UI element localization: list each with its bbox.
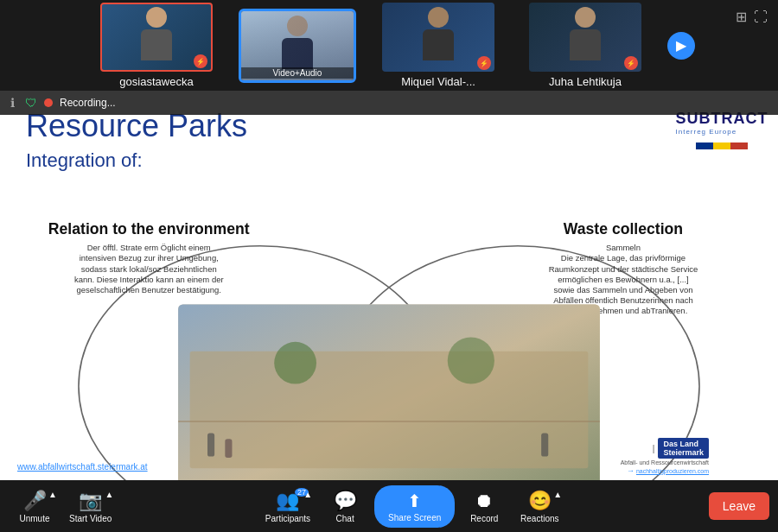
start-video-label: Start Video xyxy=(69,514,112,523)
svg-text:geselschaftlichen Benutzer bes: geselschaftlichen Benutzer bestätigung. xyxy=(77,285,221,294)
svg-text:ermöglichen es Bewohnern u.a.,: ermöglichen es Bewohnern u.a., [...] xyxy=(558,275,689,284)
svg-text:Die zentrale Lage, das privför: Die zentrale Lage, das privförmige xyxy=(561,253,686,263)
participant-tile-juha: ⚡ Juha Lehtikuja xyxy=(512,0,659,95)
diagram-area: Relation to the environment Der öfftl. S… xyxy=(26,187,752,480)
svg-text:sowie das Sammeln und Abgeben : sowie das Sammeln und Abgeben von xyxy=(553,285,692,294)
recording-dot xyxy=(44,98,53,107)
participant-tile-main: Video+Audio xyxy=(230,5,365,86)
svg-text:Sammeln: Sammeln xyxy=(606,243,641,252)
toolbar-right: Leave xyxy=(709,492,769,520)
svg-text:Relation to the environment: Relation to the environment xyxy=(48,220,250,238)
chat-button[interactable]: 💬 Chat xyxy=(319,486,371,527)
svg-text:Raumkonzept und der städtische: Raumkonzept und der städtische Service xyxy=(549,264,698,274)
unmute-chevron[interactable]: ▲ xyxy=(48,490,57,499)
start-video-button[interactable]: 📷 Start Video ▲ xyxy=(64,486,117,527)
participant-tile-miquel: ⚡ Miquel Vidal-... xyxy=(365,0,512,95)
info-icon[interactable]: ℹ xyxy=(10,96,15,110)
participant-tile-gosiastawecka: ⚡ gosiastawecka xyxy=(83,0,230,95)
record-icon: ⏺ xyxy=(475,490,494,512)
steiermark-logo: | Das LandSteiermark Abfall- und Ressour… xyxy=(621,438,709,475)
svg-rect-33 xyxy=(207,434,214,457)
reactions-label: Reactions xyxy=(520,514,558,523)
video-muted-icon: 📷 xyxy=(79,490,102,512)
participants-button[interactable]: 👥 Participants 27 ▲ xyxy=(260,486,316,527)
video-audio-label: Video+Audio xyxy=(241,67,354,79)
leave-button[interactable]: Leave xyxy=(709,492,769,520)
svg-text:Waste collection: Waste collection xyxy=(564,220,683,238)
svg-rect-29 xyxy=(190,352,589,468)
participants-chevron[interactable]: ▲ xyxy=(303,490,312,499)
svg-text:Der öfftl. Strate erm Öglicht : Der öfftl. Strate erm Öglicht einem xyxy=(87,243,211,252)
svg-text:intensiven Bezug zur ihrer Umg: intensiven Bezug zur ihrer Umgebung, xyxy=(80,253,219,263)
chat-label: Chat xyxy=(336,514,354,523)
slide-subtitle: Integration of: xyxy=(26,149,752,172)
logo-sub: Interreg Europe xyxy=(676,128,768,136)
svg-point-31 xyxy=(274,342,316,384)
reactions-button[interactable]: 😊 Reactions ▲ xyxy=(513,486,565,527)
participant-name-miquel: Miquel Vidal-... xyxy=(401,72,475,88)
shield-icon: 🛡 xyxy=(25,96,37,110)
grid-icon[interactable]: ⊞ xyxy=(736,9,747,25)
unmute-label: Unmute xyxy=(19,514,49,523)
share-screen-button[interactable]: ⬆ Share Screen xyxy=(374,485,455,528)
record-label: Record xyxy=(470,514,498,523)
participants-label: Participants xyxy=(265,514,310,523)
svg-text:Abfällen öffentlich Benutzerin: Abfällen öffentlich Benutzerinnen nach xyxy=(553,295,692,305)
share-screen-label: Share Screen xyxy=(388,513,441,522)
reactions-icon: 😊 xyxy=(528,490,552,512)
next-participant-button[interactable]: ▶ xyxy=(667,32,695,60)
slide-url[interactable]: www.abfallwirtschaft.steiermark.at xyxy=(17,462,148,472)
participants-bar: ⊞ ⛶ ⚡ gosiastawecka Video+Audio xyxy=(0,0,778,91)
mic-muted-icon: 🎤 xyxy=(23,490,47,512)
resource-parks-diagram: Relation to the environment Der öfftl. S… xyxy=(26,187,752,480)
toolbar-left: 🎤 Unmute ▲ 📷 Start Video ▲ xyxy=(9,486,117,527)
slide-area: SUBTRACT Interreg Europe Resource Parks … xyxy=(0,91,778,480)
share-screen-icon: ⬆ xyxy=(407,491,422,511)
video-chevron[interactable]: ▲ xyxy=(105,490,113,499)
toolbar: 🎤 Unmute ▲ 📷 Start Video ▲ 👥 Participant… xyxy=(0,480,778,532)
unmute-button[interactable]: 🎤 Unmute ▲ xyxy=(9,486,61,527)
recording-label: Recording... xyxy=(60,97,116,109)
chat-icon: 💬 xyxy=(334,490,357,512)
reactions-chevron[interactable]: ▲ xyxy=(553,490,562,499)
toolbar-center: 👥 Participants 27 ▲ 💬 Chat ⬆ Share Scree… xyxy=(260,485,565,528)
record-button[interactable]: ⏺ Record xyxy=(458,486,510,527)
fullscreen-icon[interactable]: ⛶ xyxy=(754,10,768,25)
participant-name-gosiastawecka: gosiastawecka xyxy=(119,72,193,88)
svg-text:kann. Diese Interaktio kann an: kann. Diese Interaktio kann an einem der xyxy=(74,275,224,284)
svg-rect-34 xyxy=(225,439,232,458)
svg-text:sodass stark lokal/soz Beziehn: sodass stark lokal/soz Beziehntlichen xyxy=(81,264,217,274)
participant-name-juha: Juha Lehtikuja xyxy=(549,72,622,88)
svg-rect-35 xyxy=(541,434,548,457)
svg-point-32 xyxy=(448,337,494,383)
